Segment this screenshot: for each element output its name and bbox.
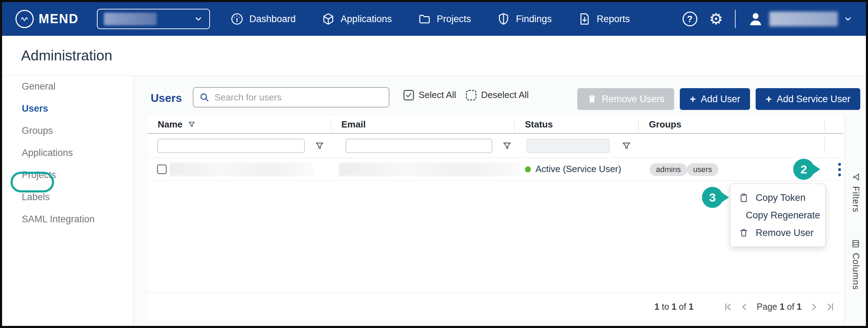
user-search: [193, 87, 389, 107]
nav-item-applications[interactable]: Applications: [322, 12, 392, 26]
cube-icon: [322, 12, 335, 26]
user-email-redacted: [339, 163, 520, 176]
nav-item-projects[interactable]: Projects: [418, 12, 471, 26]
pagination-range: 1 to 1 of 1: [655, 302, 693, 312]
sidebar-item-saml-integration[interactable]: SAML Integration: [2, 208, 133, 230]
name-filter-input[interactable]: [157, 139, 305, 153]
prev-page-button[interactable]: [736, 302, 752, 312]
menu-item-remove-user[interactable]: Remove User: [730, 228, 825, 238]
organization-name-redacted: [104, 13, 157, 25]
sidebar-item-applications[interactable]: Applications: [2, 142, 133, 164]
users-toolbar: Users Select All Deselect All Remove Use…: [134, 76, 866, 116]
nav-item-findings[interactable]: Findings: [497, 12, 552, 26]
column-header-groups[interactable]: Groups: [638, 116, 824, 133]
column-label: Email: [341, 119, 366, 130]
nav-label: Applications: [341, 14, 392, 25]
table-side-strip: Filters Columns: [845, 116, 866, 326]
checkbox-dashed-icon: [466, 90, 476, 100]
filters-tab-label: Filters: [851, 186, 861, 212]
range-word-of: of: [679, 302, 686, 311]
status-badge: Active (Service User): [535, 164, 621, 175]
funnel-icon[interactable]: [502, 141, 512, 151]
last-page-button[interactable]: [822, 302, 838, 312]
deselect-all-label: Deselect All: [481, 90, 529, 100]
filters-tab[interactable]: Filters: [845, 172, 866, 212]
trash-icon: [739, 228, 749, 238]
current-page: 1: [780, 302, 784, 311]
settings-gear-icon[interactable]: ⚙: [709, 11, 723, 27]
checkbox-checked-icon: [403, 90, 414, 100]
word-of: of: [787, 302, 794, 311]
menu-item-copy-regenerate[interactable]: Copy Regenerate: [730, 210, 825, 221]
toolbar-actions: Remove Users + Add User + Add Service Us…: [577, 88, 860, 110]
user-avatar-icon: [748, 11, 764, 27]
chevron-left-icon: [739, 302, 750, 312]
first-page-button[interactable]: [720, 302, 736, 312]
sidebar-item-groups[interactable]: Groups: [2, 120, 133, 142]
column-header-email[interactable]: Email: [331, 116, 514, 133]
navbar-divider: [735, 10, 736, 28]
funnel-icon[interactable]: [314, 141, 325, 151]
pagination-page-indicator: Page 1 of 1: [757, 302, 802, 312]
sidebar-item-labels[interactable]: Labels: [2, 186, 133, 208]
total-pages: 1: [797, 302, 802, 311]
column-label: Groups: [649, 119, 681, 130]
add-service-user-button[interactable]: + Add Service User: [756, 88, 860, 110]
top-navbar: MEND Dashboard Applications Projects Fin…: [2, 2, 866, 36]
nav-label: Reports: [597, 14, 630, 25]
plus-icon: +: [765, 93, 772, 105]
nav-item-reports[interactable]: Reports: [578, 12, 630, 26]
range-total: 1: [689, 302, 693, 311]
mend-logo[interactable]: MEND: [15, 10, 79, 28]
last-page-icon: [825, 302, 835, 312]
row-actions-kebab-icon[interactable]: [833, 161, 847, 178]
search-icon: [199, 92, 210, 103]
remove-users-button[interactable]: Remove Users: [577, 88, 675, 110]
brand-name: MEND: [39, 12, 79, 26]
add-user-button[interactable]: + Add User: [680, 88, 750, 110]
page-title: Administration: [21, 47, 112, 64]
add-user-label: Add User: [701, 94, 741, 105]
search-input[interactable]: [215, 92, 383, 103]
sidebar-item-projects[interactable]: Projects: [2, 164, 133, 186]
select-all-button[interactable]: Select All: [403, 90, 456, 100]
email-filter-input[interactable]: [346, 139, 492, 153]
word-page: Page: [757, 302, 777, 311]
status-filter-input: [526, 139, 610, 153]
columns-tab[interactable]: Columns: [845, 239, 866, 290]
column-header-status[interactable]: Status: [514, 116, 638, 133]
chevron-down-icon: [843, 14, 853, 24]
menu-item-label: Copy Token: [756, 192, 805, 203]
annotation-step-3: 3: [702, 187, 723, 208]
column-label: Status: [525, 119, 553, 130]
mend-wave-icon: [15, 10, 34, 28]
sidebar-item-users[interactable]: Users: [2, 98, 133, 120]
row-checkbox[interactable]: [157, 164, 167, 174]
menu-item-label: Copy Regenerate: [746, 210, 820, 221]
users-panel: Users Select All Deselect All Remove Use…: [134, 76, 866, 326]
column-header-name[interactable]: Name: [147, 116, 331, 133]
funnel-icon: [851, 172, 861, 182]
page-header: Administration: [2, 36, 866, 76]
sidebar-item-general[interactable]: General: [2, 76, 133, 98]
nav-item-dashboard[interactable]: Dashboard: [230, 12, 296, 26]
trash-icon: [587, 94, 597, 104]
column-label: Name: [158, 119, 183, 130]
organization-selector[interactable]: [97, 9, 210, 29]
admin-sidebar: General Users Groups Applications Projec…: [2, 76, 134, 326]
chevron-down-icon: [194, 14, 203, 24]
deselect-all-button[interactable]: Deselect All: [466, 90, 529, 100]
pagination-bar: 1 to 1 of 1 Page 1 of: [147, 293, 843, 321]
remove-users-label: Remove Users: [602, 94, 665, 105]
next-page-button[interactable]: [806, 302, 822, 312]
chevron-right-icon: [809, 302, 819, 312]
menu-item-label: Remove User: [756, 228, 814, 238]
menu-item-copy-token[interactable]: Copy Token: [730, 192, 825, 203]
help-icon[interactable]: ?: [683, 12, 697, 26]
user-table-row: Active (Service User) admins users: [147, 158, 843, 181]
funnel-icon[interactable]: [621, 141, 632, 151]
app-window: MEND Dashboard Applications Projects Fin…: [0, 0, 868, 328]
annotation-step-2: 2: [793, 159, 814, 180]
navbar-utilities: ? ⚙: [683, 10, 853, 28]
user-account-menu[interactable]: [748, 11, 853, 27]
